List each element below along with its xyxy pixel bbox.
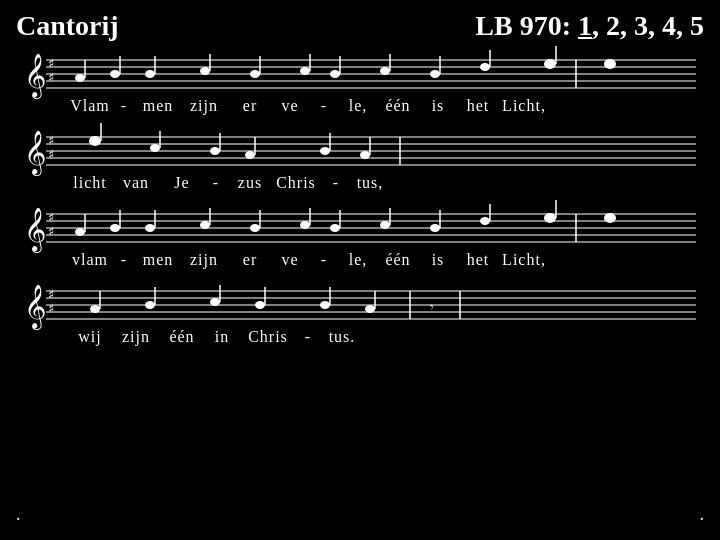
- staff-svg-4: 𝄞 ♯ ♯: [20, 277, 700, 327]
- staff-svg-3: 𝄞 ♯ ♯: [20, 200, 700, 250]
- svg-text:𝄞: 𝄞: [24, 53, 46, 100]
- lyric-1-7: -: [310, 97, 338, 115]
- svg-point-40: [89, 136, 101, 146]
- lyric-3-7: -: [310, 251, 338, 269]
- lyric-3-6: ve: [270, 251, 310, 269]
- svg-point-16: [250, 70, 260, 78]
- lyric-1-9: één: [378, 97, 418, 115]
- lyric-2-4: -: [202, 174, 230, 192]
- svg-point-103: [365, 305, 375, 313]
- lyric-4-4: in: [202, 328, 242, 346]
- lyric-1-12: Licht,: [498, 97, 550, 115]
- svg-point-97: [210, 298, 220, 306]
- lyric-2-3: Je: [162, 174, 202, 192]
- lyric-2-7: -: [322, 174, 350, 192]
- svg-point-18: [300, 67, 310, 75]
- lyric-2-1: licht: [70, 174, 110, 192]
- staff-svg-2: 𝄞 ♯ ♯: [20, 123, 700, 173]
- lyric-3-5: er: [230, 251, 270, 269]
- lyric-1-6: ve: [270, 97, 310, 115]
- lyric-3-10: is: [418, 251, 458, 269]
- lyrics-row-1: Vlam - men zijn er ve - le, één is het L…: [20, 97, 700, 115]
- svg-point-73: [330, 224, 340, 232]
- svg-text:♯: ♯: [48, 224, 54, 239]
- svg-text:♯: ♯: [48, 133, 54, 148]
- lyric-3-4: zijn: [178, 251, 230, 269]
- svg-text:♯: ♯: [48, 210, 54, 225]
- svg-text:♯: ♯: [48, 70, 54, 85]
- lyric-3-11: het: [458, 251, 498, 269]
- svg-point-44: [210, 147, 220, 155]
- svg-point-10: [110, 70, 120, 78]
- svg-point-81: [544, 213, 556, 223]
- lyric-1-5: er: [230, 97, 270, 115]
- lyric-2-2: van: [110, 174, 162, 192]
- svg-point-24: [430, 70, 440, 78]
- svg-point-99: [255, 301, 265, 309]
- svg-text:𝄞: 𝄞: [24, 130, 46, 177]
- lyric-4-7: tus.: [322, 328, 362, 346]
- svg-point-63: [110, 224, 120, 232]
- lb-number: 1: [578, 10, 592, 41]
- svg-point-28: [544, 59, 556, 69]
- svg-text:𝄞: 𝄞: [24, 207, 46, 254]
- lyrics-row-3: vlam - men zijn er ve - le, één is het L…: [20, 251, 700, 269]
- svg-point-69: [250, 224, 260, 232]
- lyric-3-12: Licht,: [498, 251, 550, 269]
- svg-point-31: [604, 59, 616, 69]
- svg-point-12: [145, 70, 155, 78]
- lyric-1-1: Vlam: [70, 97, 110, 115]
- svg-point-46: [245, 151, 255, 159]
- svg-point-61: [75, 228, 85, 236]
- svg-point-95: [145, 301, 155, 309]
- staff-section-4: 𝄞 ♯ ♯: [20, 277, 700, 346]
- staff-svg-1: 𝄞 ♯ ♯: [20, 46, 700, 96]
- lyric-1-11: het: [458, 97, 498, 115]
- svg-point-26: [480, 63, 490, 71]
- svg-point-8: [75, 74, 85, 82]
- svg-point-93: [90, 305, 100, 313]
- svg-text:♯: ♯: [48, 147, 54, 162]
- lb-title: LB 970: 1, 2, 3, 4, 5: [475, 10, 704, 42]
- svg-point-67: [200, 221, 210, 229]
- lyric-3-1: vlam: [70, 251, 110, 269]
- lyrics-row-2: licht van Je - zus Chris - tus,: [20, 174, 700, 192]
- lyric-1-3: men: [138, 97, 178, 115]
- lyric-1-4: zijn: [178, 97, 230, 115]
- lyric-4-5: Chris: [242, 328, 294, 346]
- svg-point-50: [360, 151, 370, 159]
- staff-section-3: 𝄞 ♯ ♯: [20, 200, 700, 269]
- lb-prefix: LB 970:: [475, 10, 578, 41]
- title-bar: Cantorij LB 970: 1, 2, 3, 4, 5: [0, 0, 720, 42]
- svg-point-71: [300, 221, 310, 229]
- svg-point-42: [150, 144, 160, 152]
- svg-point-48: [320, 147, 330, 155]
- svg-point-84: [604, 213, 616, 223]
- svg-point-77: [430, 224, 440, 232]
- svg-text:♯: ♯: [48, 287, 54, 302]
- svg-text:♯: ♯: [48, 56, 54, 71]
- svg-point-79: [480, 217, 490, 225]
- svg-text:♯: ♯: [48, 301, 54, 316]
- lyrics-row-4: wij zijn één in Chris - tus.: [20, 328, 700, 346]
- svg-point-65: [145, 224, 155, 232]
- staff-section-2: 𝄞 ♯ ♯: [20, 123, 700, 192]
- lyric-2-6: Chris: [270, 174, 322, 192]
- svg-point-20: [330, 70, 340, 78]
- lyric-1-10: is: [418, 97, 458, 115]
- score-area: 𝄞 ♯ ♯: [0, 46, 720, 346]
- lyric-3-9: één: [378, 251, 418, 269]
- svg-point-75: [380, 221, 390, 229]
- staff-section-1: 𝄞 ♯ ♯: [20, 46, 700, 115]
- lyric-4-3: één: [162, 328, 202, 346]
- lyric-1-8: le,: [338, 97, 378, 115]
- lyric-3-8: le,: [338, 251, 378, 269]
- lb-suffix: , 2, 3, 4, 5: [592, 10, 704, 41]
- svg-point-14: [200, 67, 210, 75]
- lyric-2-5: zus: [230, 174, 270, 192]
- lyric-4-2: zijn: [110, 328, 162, 346]
- cantorij-title: Cantorij: [16, 10, 119, 42]
- svg-point-22: [380, 67, 390, 75]
- lyric-2-8: tus,: [350, 174, 390, 192]
- svg-text:𝄞: 𝄞: [24, 284, 46, 331]
